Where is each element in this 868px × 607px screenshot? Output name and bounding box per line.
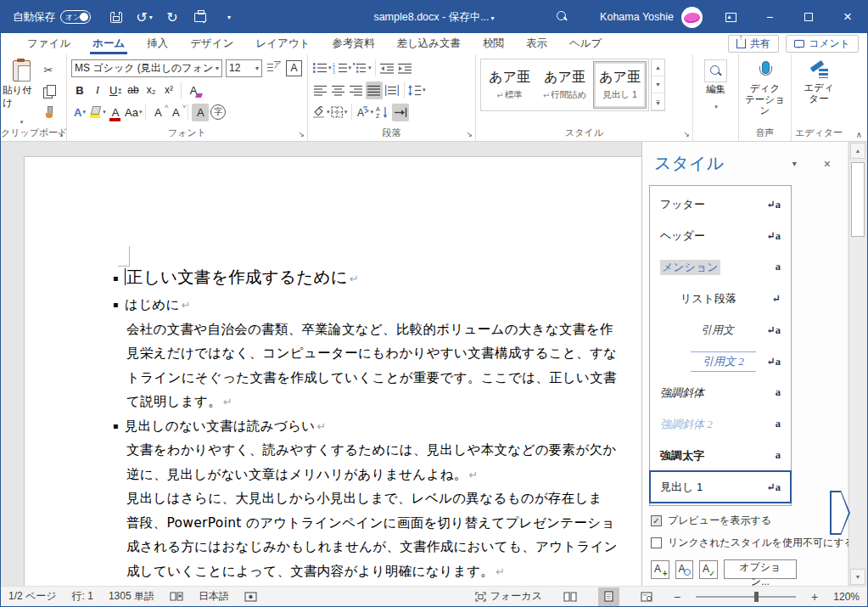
align-left-button[interactable] (312, 81, 329, 99)
ribbon-tab[interactable]: 表示 (515, 33, 558, 54)
clear-formatting-button[interactable]: A (185, 81, 202, 99)
document-line[interactable]: 成される方にはおなじみかもしれませんが、文書作成においても、アウトライン (126, 535, 642, 559)
paragraph-dialog-launcher[interactable] (466, 130, 473, 138)
styles-pane-dropdown-icon[interactable] (792, 159, 797, 168)
scroll-up-icon[interactable] (850, 143, 865, 159)
sort-button[interactable]: AZ (374, 104, 391, 121)
paste-dropdown-icon[interactable] (20, 112, 24, 127)
show-preview-row[interactable]: プレビューを表示する (651, 514, 843, 528)
text-effects-button[interactable]: A (71, 104, 88, 121)
document-page[interactable]: ▪正しい文書を作成するために↵ ▪はじめに↵ 会社の文書や自治会の書類、卒業論文… (24, 156, 643, 586)
style-item[interactable]: 強調斜体 2 a (650, 408, 791, 440)
disable-linked-row[interactable]: リンクされたスタイルを使用不可にする (651, 536, 843, 550)
document-line[interactable]: 見栄えだけではなく、コンピューターにもわかりやすい文書構成すること、すな (126, 341, 642, 366)
document-line[interactable]: 文書をわかりやすく、読みやすくするためには、見出しや本文などの要素が欠か (126, 438, 642, 463)
document-line[interactable]: 会社の文書や自治会の書類、卒業論文など、比較的ボリュームの大きな文書を作 (126, 318, 642, 342)
font-name-combo[interactable]: MS ゴシック (見出しのフォント (71, 59, 222, 77)
print-button[interactable] (193, 9, 208, 25)
document-line[interactable]: 成していくことによって、文書内容がより明確になります。↵ (126, 559, 642, 584)
document-line[interactable]: 逆に、見出しがない文章はメリハリがありませんよね。↵ (126, 463, 642, 487)
justify-button[interactable] (366, 81, 383, 99)
styles-dialog-launcher[interactable] (683, 130, 690, 138)
decrease-indent-button[interactable] (379, 59, 396, 77)
document-line[interactable]: て説明します。↵ (126, 390, 642, 414)
style-item[interactable]: メンション a (650, 251, 791, 283)
language-indicator[interactable]: 日本語 (199, 589, 229, 604)
zoom-slider[interactable] (696, 596, 796, 598)
page-indicator[interactable]: 1/2 ページ (8, 589, 57, 604)
format-painter-button[interactable] (40, 104, 57, 121)
highlight-button[interactable] (89, 104, 106, 121)
shrink-font-button[interactable]: A˅ (167, 104, 184, 121)
share-button[interactable]: 共有 (728, 35, 779, 53)
ribbon-tab[interactable]: ホーム (81, 33, 136, 54)
zoom-out-button[interactable] (674, 590, 680, 604)
document-line[interactable]: ▪正しい文書を作成するために↵ (126, 262, 642, 293)
copy-button[interactable] (40, 82, 57, 100)
style-gallery-item[interactable]: あア亜 ↵標準 (483, 61, 536, 109)
style-item[interactable]: 見出し 1 ↵a (650, 471, 791, 503)
gallery-up-icon[interactable]: ▲ (652, 59, 664, 76)
font-dialog-launcher[interactable] (298, 130, 305, 138)
undo-button[interactable] (137, 9, 152, 25)
vertical-scrollbar[interactable] (848, 142, 866, 586)
numbering-button[interactable]: 123 (333, 59, 352, 77)
word-count[interactable]: 1305 単語 (109, 589, 154, 604)
grow-font-button[interactable]: A˄ (149, 104, 166, 121)
character-border-button[interactable]: A (286, 60, 302, 76)
clipboard-dialog-launcher[interactable] (57, 130, 64, 138)
shading-button[interactable] (312, 104, 330, 121)
document-line[interactable]: 見出しはさらに、大見出しから小見出しまで、レベルの異なるものが存在しま (126, 486, 642, 511)
macro-recording-icon[interactable] (244, 592, 257, 602)
redo-button[interactable] (165, 9, 180, 25)
disable-linked-checkbox[interactable] (651, 537, 662, 548)
ribbon-tab[interactable]: 挿入 (136, 33, 179, 54)
ribbon-tab[interactable]: ファイル (16, 33, 81, 54)
asian-layout-button[interactable]: A (356, 104, 374, 121)
gallery-down-icon[interactable]: ▼ (652, 76, 664, 93)
ribbon-tab[interactable]: レイアウト (244, 33, 321, 54)
zoom-level[interactable]: 120% (833, 591, 860, 603)
minimize-button[interactable] (750, 1, 789, 33)
zoom-in-button[interactable] (811, 590, 818, 604)
close-button[interactable] (828, 1, 867, 33)
dictation-button[interactable]: ディク テーション (741, 57, 789, 116)
font-color-button[interactable]: A (107, 104, 124, 121)
line-indicator[interactable]: 行: 1 (72, 589, 93, 604)
borders-button[interactable] (331, 104, 348, 121)
maximize-button[interactable] (789, 1, 828, 33)
subscript-button[interactable]: x₂ (143, 81, 160, 99)
superscript-button[interactable]: x² (160, 81, 177, 99)
gallery-more-icon[interactable]: ─▼ (652, 93, 664, 110)
character-shading-button[interactable]: A (192, 104, 209, 121)
style-item[interactable]: 強調斜体 a (650, 377, 791, 408)
ribbon-tab[interactable]: 校閲 (472, 33, 515, 54)
cut-button[interactable] (40, 61, 57, 79)
qat-customize-button[interactable] (221, 9, 236, 25)
document-line[interactable]: ▪見出しのない文書は読みづらい↵ (126, 414, 642, 439)
side-arrow-marker[interactable] (830, 491, 850, 535)
ribbon-tab[interactable]: 差し込み文書 (385, 33, 472, 54)
collapse-ribbon-icon[interactable] (856, 130, 862, 139)
ribbon-tab[interactable]: デザイン (179, 33, 244, 54)
style-item[interactable]: 引用文 ↵a (650, 314, 791, 346)
new-style-button[interactable] (651, 560, 669, 579)
phonetic-guide-icon[interactable] (266, 60, 282, 76)
ribbon-tab[interactable]: ヘルプ (558, 33, 613, 54)
account-area[interactable]: Kohama Yoshie (600, 1, 703, 33)
bold-button[interactable]: B (71, 81, 88, 99)
styles-pane-close-icon[interactable] (824, 157, 831, 171)
font-size-combo[interactable]: 12 (226, 59, 262, 77)
comments-button[interactable]: コメント (786, 35, 859, 53)
style-item[interactable]: フッター ↵a (650, 188, 791, 220)
style-gallery-item[interactable]: あア亜 見出し 1 (593, 61, 647, 109)
multilevel-list-button[interactable] (352, 59, 372, 77)
style-item[interactable]: 引用文 2 ↵a (650, 346, 791, 377)
scroll-down-icon[interactable] (850, 569, 865, 585)
autosave-toggle[interactable]: オン (60, 10, 91, 24)
document-line[interactable]: 普段、PowerPoint のアウトラインペインに画面を切り替えてプレゼンテーシ… (126, 511, 642, 536)
document-line[interactable]: トラインにそぐった文書を作成していくことが重要です。ここでは、正しい文書 (126, 366, 642, 391)
autosave-control[interactable]: 自動保存 オン (13, 10, 91, 25)
ribbon-display-options-button[interactable] (711, 1, 750, 33)
formatting-marks-button[interactable] (392, 104, 409, 121)
